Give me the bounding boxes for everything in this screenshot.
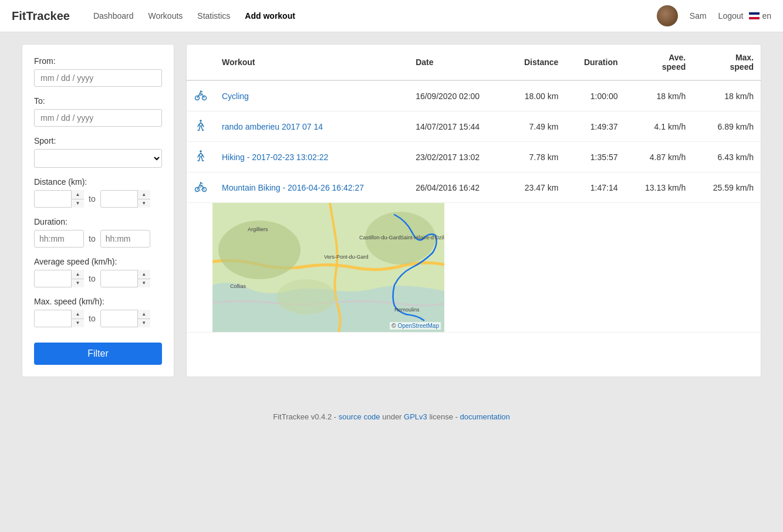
th-ave-speed-line2: speed: [662, 62, 686, 72]
duration-min-input[interactable]: [34, 230, 84, 248]
max-speed-min-down[interactable]: ▼: [72, 319, 84, 328]
filter-button[interactable]: Filter: [34, 343, 162, 365]
avatar-image: [657, 5, 678, 26]
workout-distance-cell: 7.78 km: [505, 142, 565, 172]
max-speed-min-up[interactable]: ▲: [72, 310, 84, 319]
avg-speed-label: Average speed (km/h):: [34, 257, 162, 266]
sport-icon-cell: [187, 111, 215, 142]
duration-max-input[interactable]: [100, 230, 150, 248]
hiking-icon: [194, 118, 208, 133]
avg-speed-max-down[interactable]: ▼: [138, 279, 150, 288]
workout-duration-cell: 1:00:00: [565, 80, 625, 111]
avg-speed-max-up[interactable]: ▲: [138, 270, 150, 279]
max-speed-min-spinner: ▲ ▼: [71, 310, 84, 327]
navbar: FitTrackee Dashboard Workouts Statistics…: [0, 0, 783, 32]
nav-workouts[interactable]: Workouts: [142, 8, 188, 23]
workout-name-cell: Mountain Biking - 2016-04-26 16:42:27: [215, 172, 409, 203]
page-footer: FitTrackee v0.4.2 - source code under GP…: [0, 401, 783, 433]
hiking-icon: [194, 149, 208, 163]
footer-license-link[interactable]: GPLv3: [404, 412, 427, 421]
th-date: Date: [409, 45, 505, 80]
sport-select[interactable]: Cycling Hiking Mountain Biking: [34, 149, 162, 168]
flag-icon: [749, 12, 760, 19]
workouts-table: Workout Date Distance Duration Ave. spee…: [187, 45, 761, 333]
map-copyright: © OpenStreetMap: [390, 322, 441, 330]
osm-link[interactable]: OpenStreetMap: [397, 323, 439, 329]
nav-add-workout[interactable]: Add workout: [239, 8, 301, 23]
filter-to-group: To:: [34, 96, 162, 127]
svg-text:Argilliers: Argilliers: [248, 226, 268, 232]
sport-icon-cell: [187, 142, 215, 172]
table-header: Workout Date Distance Duration Ave. spee…: [187, 45, 761, 80]
th-ave-speed-line1: Ave.: [669, 53, 686, 62]
svg-text:Saint-Hilaire-d'Ozilha: Saint-Hilaire-d'Ozilha: [400, 235, 444, 240]
to-input[interactable]: [34, 109, 162, 127]
avg-speed-to-text: to: [89, 274, 96, 283]
table-row: Cycling 16/09/2020 02:00 18.00 km 1:00:0…: [187, 80, 761, 111]
distance-min-down[interactable]: ▼: [72, 199, 84, 208]
workout-ave-speed-cell: 4.1 km/h: [625, 111, 693, 142]
svg-point-7: [200, 120, 202, 122]
workout-duration-cell: 1:47:14: [565, 172, 625, 203]
avg-speed-min-wrapper: ▲ ▼: [34, 270, 84, 287]
max-speed-max-up[interactable]: ▲: [138, 310, 150, 319]
map-svg: Argilliers Castillon-du-Gard Saint-Hilai…: [212, 203, 444, 332]
footer-version: v0.4.2 -: [311, 412, 339, 421]
duration-range: to: [34, 230, 162, 248]
table-row: rando amberieu 2017 07 14 14/07/2017 15:…: [187, 111, 761, 142]
distance-to-text: to: [89, 194, 96, 204]
avg-speed-min-down[interactable]: ▼: [72, 279, 84, 288]
svg-rect-2: [749, 17, 760, 19]
svg-text:Collias: Collias: [230, 283, 247, 289]
distance-max-wrapper: ▲ ▼: [100, 190, 150, 208]
nav-links: Dashboard Workouts Statistics Add workou…: [87, 8, 657, 23]
lang-label: en: [762, 11, 771, 21]
map-row: Argilliers Castillon-du-Gard Saint-Hilai…: [187, 203, 761, 333]
mtb-icon: [194, 179, 208, 194]
nav-dashboard[interactable]: Dashboard: [87, 8, 140, 23]
workout-max-speed-cell: 6.89 km/h: [693, 111, 761, 142]
header-row: Workout Date Distance Duration Ave. spee…: [187, 45, 761, 80]
th-ave-speed: Ave. speed: [625, 45, 693, 80]
svg-text:Remoulins: Remoulins: [394, 307, 420, 313]
distance-max-down[interactable]: ▼: [138, 199, 150, 208]
workout-name-cell: rando amberieu 2017 07 14: [215, 111, 409, 142]
max-speed-max-wrapper: ▲ ▼: [100, 310, 150, 327]
logout-link[interactable]: Logout: [718, 11, 744, 21]
svg-text:Vers-Pont-du-Gard: Vers-Pont-du-Gard: [324, 254, 369, 260]
duration-to-text: to: [89, 234, 96, 243]
to-label: To:: [34, 96, 162, 106]
distance-max-up[interactable]: ▲: [138, 190, 150, 199]
filter-max-speed-group: Max. speed (km/h): ▲ ▼ to ▲ ▼: [34, 297, 162, 327]
avg-speed-range: ▲ ▼ to ▲ ▼: [34, 270, 162, 287]
filter-sport-group: Sport: Cycling Hiking Mountain Biking: [34, 136, 162, 168]
distance-min-up[interactable]: ▲: [72, 190, 84, 199]
language-selector[interactable]: en: [749, 11, 771, 21]
footer-docs-link[interactable]: documentation: [460, 412, 509, 421]
from-input[interactable]: [34, 69, 162, 87]
workout-distance-cell: 7.49 km: [505, 111, 565, 142]
workout-date-cell: 16/09/2020 02:00: [409, 80, 505, 111]
workout-date-cell: 23/02/2017 13:02: [409, 142, 505, 172]
main-content: From: To: Sport: Cycling Hiking Mountain…: [10, 32, 773, 389]
brand-logo[interactable]: FitTrackee: [12, 9, 70, 23]
max-speed-max-down[interactable]: ▼: [138, 319, 150, 328]
cycling-icon: [194, 88, 208, 102]
workout-link[interactable]: Cycling: [222, 92, 249, 101]
workout-ave-speed-cell: 13.13 km/h: [625, 172, 693, 203]
map-cell: Argilliers Castillon-du-Gard Saint-Hilai…: [187, 203, 761, 333]
filter-duration-group: Duration: to: [34, 217, 162, 248]
username[interactable]: Sam: [684, 8, 713, 23]
workout-link[interactable]: rando amberieu 2017 07 14: [222, 122, 323, 131]
footer-source-link[interactable]: source code: [339, 412, 380, 421]
workout-link[interactable]: Hiking - 2017-02-23 13:02:22: [222, 153, 328, 162]
max-speed-max-spinner: ▲ ▼: [137, 310, 150, 327]
distance-max-spinner: ▲ ▼: [137, 190, 150, 208]
workout-link[interactable]: Mountain Biking - 2016-04-26 16:42:27: [222, 183, 364, 192]
svg-point-11: [200, 182, 201, 183]
nav-statistics[interactable]: Statistics: [191, 8, 236, 23]
svg-rect-1: [749, 15, 760, 17]
avg-speed-min-up[interactable]: ▲: [72, 270, 84, 279]
table-row: Hiking - 2017-02-23 13:02:22 23/02/2017 …: [187, 142, 761, 172]
workout-duration-cell: 1:49:37: [565, 111, 625, 142]
